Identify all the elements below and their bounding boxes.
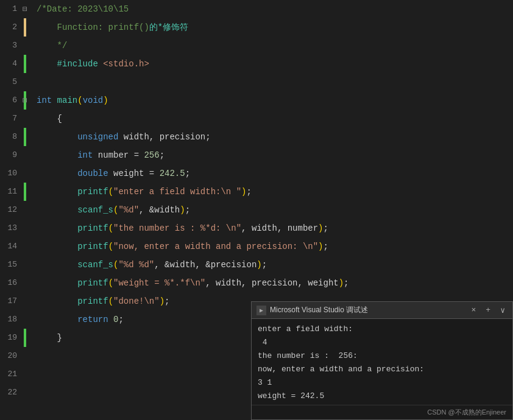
gutter: [22, 37, 28, 55]
code-line: 15 scanf_s("%d %d", &width, &precision);: [0, 256, 513, 274]
token-plain: ;: [118, 315, 123, 324]
code-line: 8 unsigned width, precision;: [0, 128, 513, 146]
code-tokens: [34, 73, 513, 91]
token-kw: int: [37, 96, 57, 105]
code-line: 2 Function: printf()的*修饰符: [0, 18, 513, 37]
line-number: 17: [0, 292, 22, 310]
terminal-controls[interactable]: × + ∨: [469, 306, 508, 315]
terminal-app-icon: ▶: [256, 306, 266, 315]
line-number: 19: [0, 329, 22, 347]
token-plain: number =: [98, 150, 144, 160]
gutter-2: [28, 55, 34, 73]
terminal-plus-btn[interactable]: +: [483, 306, 493, 315]
token-plain: ;: [246, 187, 251, 197]
token-str: "enter a field width:\n ": [113, 187, 241, 197]
token-hdr: <stdio.h>: [103, 59, 149, 69]
line-number: 7: [0, 110, 22, 128]
gutter-2: [28, 274, 34, 292]
terminal-close-btn[interactable]: ×: [469, 306, 479, 315]
gutter-2: [28, 347, 34, 365]
line-number: 3: [0, 37, 22, 55]
line-number: 11: [0, 183, 22, 201]
code-tokens: scanf_s("%d %d", &width, &precision);: [34, 256, 513, 274]
line-number: 5: [0, 73, 22, 91]
terminal-output-line: weight = 242.5: [258, 390, 506, 403]
token-fn: printf: [37, 296, 108, 306]
code-line: 1⊟/*Date: 2023\10\15: [0, 0, 513, 18]
line-number: 9: [0, 146, 22, 164]
token-plain: {: [37, 114, 62, 124]
token-zh: 的*修饰符: [149, 23, 188, 32]
code-tokens: {: [34, 110, 513, 128]
token-paren: ): [180, 205, 185, 215]
code-line: 14 printf("now, enter a width and a prec…: [0, 237, 513, 256]
gutter-2: [28, 365, 34, 383]
code-tokens: printf("weight = %*.*f\n", width, precis…: [34, 274, 513, 292]
line-number: 18: [0, 310, 22, 329]
token-fn: main: [57, 96, 78, 105]
code-editor: 1⊟/*Date: 2023\10\152 Function: printf()…: [0, 0, 513, 420]
token-incl: #include: [37, 59, 103, 69]
token-plain: ;: [165, 296, 169, 306]
gutter-2: [28, 18, 34, 37]
terminal-dropdown-btn[interactable]: ∨: [498, 306, 508, 315]
token-paren: (: [108, 187, 113, 197]
gutter-2: [28, 164, 34, 183]
line-number: 10: [0, 164, 22, 183]
gutter: [22, 164, 28, 183]
gutter: ⊟: [22, 91, 28, 110]
line-number: 15: [0, 256, 22, 274]
token-kw: return: [37, 315, 113, 324]
gutter-2: [28, 183, 34, 201]
code-line: 13 printf("the number is : %*d: \n", wid…: [0, 219, 513, 237]
gutter-2: [28, 146, 34, 164]
token-paren: ): [318, 242, 323, 251]
token-plain: ;: [185, 205, 190, 215]
line-number: 2: [0, 18, 22, 37]
code-line: 7 {: [0, 110, 513, 128]
code-tokens: Function: printf()的*修饰符: [34, 18, 513, 37]
gutter: [22, 128, 28, 146]
gutter: [22, 219, 28, 237]
gutter: [22, 274, 28, 292]
gutter-2: [28, 219, 34, 237]
token-kw: unsigned: [37, 132, 124, 142]
line-number: 16: [0, 274, 22, 292]
line-number: 12: [0, 201, 22, 219]
gutter: ⊟: [22, 0, 28, 18]
line-number: 6: [0, 91, 22, 110]
token-paren: ): [160, 296, 165, 306]
gutter: [22, 201, 28, 219]
token-plain: ;: [262, 260, 267, 270]
token-str: "done!\n": [113, 296, 160, 306]
token-paren: (: [108, 223, 113, 233]
token-fn: printf: [37, 242, 108, 251]
token-str: "the number is : %*d: \n": [113, 223, 241, 233]
token-comment-text: Function: printf(): [37, 23, 149, 32]
gutter: [22, 329, 28, 347]
code-line: 12 scanf_s("%d", &width);: [0, 201, 513, 219]
code-tokens: int main(void): [34, 91, 513, 110]
fold-icon[interactable]: ⊟: [23, 96, 27, 105]
gutter: [22, 347, 28, 365]
gutter-2: [28, 128, 34, 146]
gutter-2: [28, 292, 34, 310]
code-tokens: unsigned width, precision;: [34, 128, 513, 146]
terminal-window: ▶ Microsoft Visual Studio 调试述 × + ∨ ente…: [251, 301, 513, 420]
gutter-2: [28, 73, 34, 91]
gutter: [22, 256, 28, 274]
gutter: [22, 73, 28, 91]
fold-icon[interactable]: ⊟: [23, 4, 27, 14]
code-line: 5: [0, 73, 513, 91]
token-plain: ;: [185, 169, 190, 178]
gutter-2: [28, 37, 34, 55]
token-fn: printf: [37, 187, 108, 197]
token-fn: scanf_s: [37, 260, 113, 270]
code-line: 16 printf("weight = %*.*f\n", width, pre…: [0, 274, 513, 292]
token-plain: width, precision;: [124, 132, 211, 142]
code-line: 10 double weight = 242.5;: [0, 164, 513, 183]
token-comment-text: */: [37, 41, 67, 51]
gutter: [22, 365, 28, 383]
token-fn: printf: [37, 278, 108, 288]
gutter-2: [28, 110, 34, 128]
